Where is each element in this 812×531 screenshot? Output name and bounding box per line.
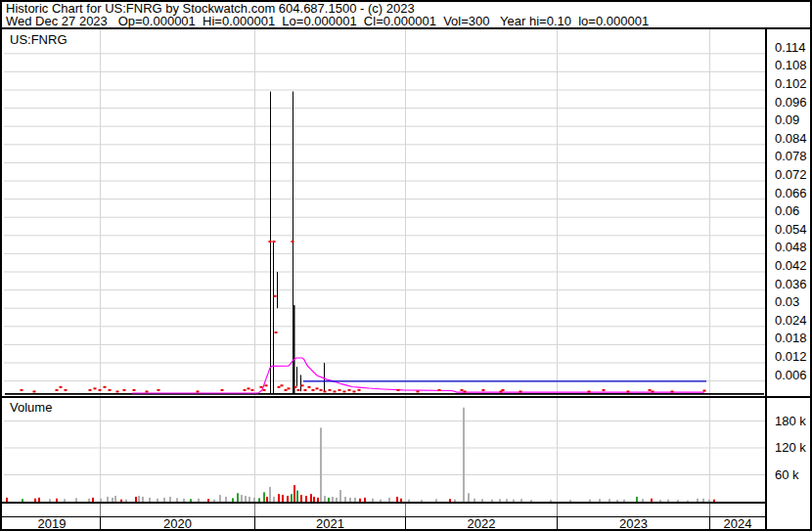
volume-bar <box>300 495 302 502</box>
close-mark <box>438 389 441 391</box>
volume-chart-panel: Volume <box>4 398 765 502</box>
price-tick-label: 0.084 <box>775 132 807 146</box>
year-tick <box>709 504 710 516</box>
year-tick <box>557 504 558 516</box>
volume-tick-label: 120 k <box>775 441 806 455</box>
close-mark <box>274 295 277 297</box>
close-mark <box>308 386 311 388</box>
close-mark <box>116 390 119 392</box>
volume-bar <box>468 493 470 502</box>
close-mark <box>343 390 346 392</box>
close-mark <box>588 390 591 392</box>
x-axis-tick-strip <box>2 504 767 516</box>
close-mark <box>292 241 294 243</box>
volume-bar <box>282 495 284 502</box>
year-label: 2022 <box>405 517 557 531</box>
close-mark <box>703 390 706 392</box>
close-mark <box>221 389 224 391</box>
close-mark <box>275 332 278 333</box>
close-mark <box>146 390 149 392</box>
price-tick-label: 0.036 <box>775 278 807 291</box>
price-tick-label: 0.09 <box>775 113 799 127</box>
year-label: 2021 <box>254 517 405 531</box>
volume-bar <box>293 485 295 502</box>
close-mark <box>671 390 674 392</box>
close-mark <box>285 389 288 391</box>
price-tick-label: 0.066 <box>775 187 807 200</box>
close-mark <box>519 390 522 392</box>
close-mark <box>338 389 341 391</box>
close-mark <box>123 389 126 391</box>
close-mark <box>273 241 276 243</box>
year-tick <box>405 504 406 516</box>
year-label: 2020 <box>100 517 254 531</box>
price-tick-label: 0.096 <box>775 96 807 110</box>
close-mark <box>89 389 92 391</box>
close-mark <box>348 389 351 391</box>
close-mark <box>294 386 297 388</box>
close-mark <box>649 389 652 391</box>
volume-chart <box>4 398 765 502</box>
close-mark <box>397 389 400 391</box>
volume-bar <box>310 494 312 502</box>
close-mark <box>260 386 263 388</box>
close-mark <box>334 390 337 392</box>
close-mark <box>251 389 254 391</box>
year-label: 2024 <box>709 517 765 531</box>
x-axis-year-labels: 201920202021202220232024 <box>2 517 767 531</box>
close-mark <box>358 389 361 391</box>
close-mark <box>109 389 112 391</box>
quote-summary: Wed Dec 27 2023 Op=0.000001 Hi=0.000001 … <box>6 15 649 27</box>
volume-tick-label: 180 k <box>775 415 806 428</box>
close-mark <box>244 389 247 391</box>
year-tick <box>100 504 101 516</box>
volume-bar <box>237 493 239 502</box>
volume-bar <box>320 427 322 502</box>
price-tick-label: 0.042 <box>775 259 807 273</box>
close-mark <box>158 389 160 391</box>
close-mark <box>281 384 284 386</box>
close-mark <box>464 390 467 392</box>
close-mark <box>461 389 464 391</box>
price-tick-label: 0.072 <box>775 168 807 182</box>
close-mark <box>353 390 356 392</box>
close-mark <box>265 384 268 386</box>
price-tick-label: 0.06 <box>775 204 799 218</box>
close-mark <box>312 389 315 391</box>
close-mark <box>482 389 485 391</box>
volume-bar <box>291 494 293 502</box>
close-mark <box>65 389 68 391</box>
close-mark <box>288 387 291 389</box>
price-tick-label: 0.054 <box>775 223 807 237</box>
price-tick-label: 0.024 <box>775 314 807 328</box>
year-label: 2023 <box>557 517 709 531</box>
volume-bar <box>219 495 221 502</box>
y-axis-label-margin: 0.1140.1080.1020.0960.090.0840.0780.0720… <box>767 29 810 531</box>
price-tick-label: 0.012 <box>775 350 807 364</box>
close-mark <box>417 390 420 392</box>
price-tick-label: 0.03 <box>775 295 799 309</box>
close-mark <box>278 386 281 388</box>
close-mark <box>304 389 307 391</box>
close-mark <box>99 389 102 391</box>
close-mark <box>652 390 654 392</box>
close-mark <box>56 389 59 391</box>
chart-header: Historic Chart for US:FNRG by Stockwatch… <box>2 2 810 27</box>
volume-bar <box>339 490 341 502</box>
close-mark <box>324 390 327 392</box>
close-mark <box>60 386 63 388</box>
volume-bar <box>269 487 271 502</box>
close-mark <box>627 390 630 392</box>
close-mark <box>197 390 200 392</box>
close-mark <box>133 389 136 391</box>
close-mark <box>21 389 23 391</box>
price-tick-label: 0.108 <box>775 59 807 72</box>
volume-panel-label: Volume <box>10 400 52 415</box>
volume-bar <box>241 495 243 502</box>
symbol-label: US:FNRG <box>10 32 68 47</box>
volume-bar <box>463 408 465 502</box>
close-mark <box>297 389 300 391</box>
close-mark <box>263 389 266 391</box>
volume-bar <box>263 492 265 502</box>
close-mark <box>603 389 606 391</box>
